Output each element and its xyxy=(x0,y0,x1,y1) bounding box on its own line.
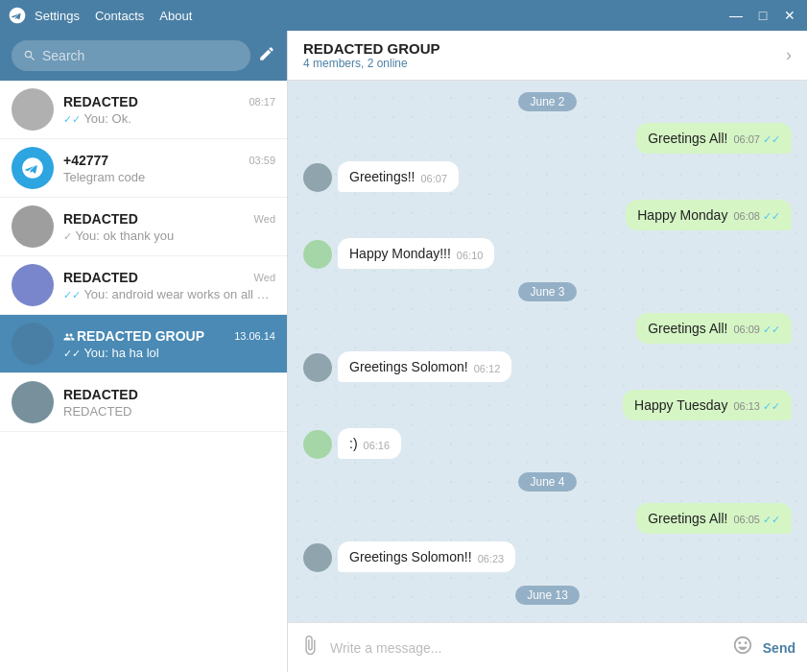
chat-info: REDACTED Wed ✓✓ You: android wear works … xyxy=(63,270,275,301)
message-bubble: Greetings Solomon! 06:12 xyxy=(338,351,511,382)
menu-settings[interactable]: Settings xyxy=(35,9,80,23)
sidebar-header xyxy=(0,31,287,81)
chat-info: REDACTED Wed ✓ You: ok thank you xyxy=(63,211,275,243)
search-bar[interactable] xyxy=(12,40,250,71)
avatar xyxy=(12,205,54,248)
date-label: June 2 xyxy=(518,92,576,111)
chat-list-item[interactable]: REDACTED REDACTED xyxy=(0,373,287,432)
chat-header-info: REDACTED GROUP 4 members, 2 online xyxy=(303,40,786,70)
chat-name: REDACTED GROUP xyxy=(63,328,204,344)
chat-list-item[interactable]: REDACTED 08:17 ✓✓ You: Ok. xyxy=(0,81,287,139)
chat-preview: ✓ You: ok thank you xyxy=(63,228,275,243)
window-controls: — □ ✕ xyxy=(726,6,799,25)
message-time: 06:07 xyxy=(420,173,447,184)
message-row: Greetings All! 06:07 ✓✓ xyxy=(303,123,792,154)
message-text: Greetings Solomon!! xyxy=(349,549,472,564)
input-area: Send xyxy=(288,622,807,672)
chat-time: Wed xyxy=(254,272,275,283)
message-bubble: Greetings All! 06:07 ✓✓ xyxy=(636,123,792,154)
chat-name: REDACTED xyxy=(63,387,138,402)
message-bubble: Greetings!! 06:07 xyxy=(338,161,459,192)
message-row: Greetings All! 06:05 ✓✓ xyxy=(303,503,792,534)
chat-status: 4 members, 2 online xyxy=(303,57,786,70)
menu-about[interactable]: About xyxy=(159,9,192,23)
message-time: 06:12 xyxy=(474,363,501,374)
message-avatar xyxy=(303,353,332,382)
message-time: 06:10 xyxy=(457,250,484,261)
message-time: 06:16 xyxy=(364,440,391,451)
date-label: June 13 xyxy=(515,586,580,605)
chat-list-item[interactable]: REDACTED GROUP 13.06.14 ✓✓ You: ha ha lo… xyxy=(0,315,287,373)
message-bubble: Greetings All! 06:05 ✓✓ xyxy=(636,503,792,534)
message-bubble: Happy Monday!!! 06:10 xyxy=(338,238,494,269)
chat-list-item[interactable]: REDACTED Wed ✓✓ You: android wear works … xyxy=(0,256,287,315)
date-divider: June 3 xyxy=(303,282,792,300)
date-divider: June 13 xyxy=(303,586,792,603)
date-label: June 4 xyxy=(518,472,576,492)
app-icon xyxy=(8,6,27,25)
message-input[interactable] xyxy=(330,640,723,656)
message-text: Happy Monday xyxy=(637,207,727,223)
search-input[interactable] xyxy=(42,48,239,63)
message-time: 06:23 xyxy=(478,553,505,564)
avatar xyxy=(12,147,54,189)
message-text: :) xyxy=(349,436,358,451)
messages-area: June 2 Greetings All! 06:07 ✓✓ Greetings… xyxy=(288,81,807,622)
date-divider: June 4 xyxy=(303,472,792,490)
avatar xyxy=(12,323,54,365)
chat-time: Wed xyxy=(254,213,275,225)
message-time: 06:09 ✓✓ xyxy=(733,324,780,336)
close-button[interactable]: ✕ xyxy=(780,6,799,25)
message-text: Happy Tuesday xyxy=(634,397,727,413)
message-time: 06:08 ✓✓ xyxy=(733,210,780,223)
date-label: June 3 xyxy=(518,282,576,301)
emoji-button[interactable] xyxy=(732,635,753,660)
message-text: Greetings All! xyxy=(648,511,727,526)
chat-preview: ✓✓ You: Ok. xyxy=(63,111,275,126)
chat-list: REDACTED 08:17 ✓✓ You: Ok. +42777 03:59 … xyxy=(0,81,287,672)
search-icon xyxy=(23,49,36,62)
chat-time: 03:59 xyxy=(249,155,275,166)
compose-button[interactable] xyxy=(258,45,275,67)
message-text: Happy Monday!!! xyxy=(349,246,451,261)
message-bubble: Greetings Solomon!! 06:23 xyxy=(338,541,515,572)
chat-info: REDACTED REDACTED xyxy=(63,387,275,419)
message-text: Greetings Solomon! xyxy=(349,359,468,374)
message-row: Happy Monday!!! 06:10 xyxy=(303,238,792,269)
chat-time: 13.06.14 xyxy=(234,330,275,342)
message-row: Greetings Solomon! 06:12 xyxy=(303,351,792,382)
message-time: 06:13 ✓✓ xyxy=(733,400,780,413)
chat-name: REDACTED xyxy=(63,94,138,109)
chat-list-item[interactable]: +42777 03:59 Telegram code xyxy=(0,139,287,198)
titlebar-menu: Settings Contacts About xyxy=(35,9,726,23)
menu-contacts[interactable]: Contacts xyxy=(95,9,144,23)
avatar xyxy=(12,381,54,423)
chat-title: REDACTED GROUP xyxy=(303,40,786,57)
message-text: Greetings!! xyxy=(349,169,415,184)
chat-area: REDACTED GROUP 4 members, 2 online › Jun… xyxy=(288,31,807,672)
chat-info: +42777 03:59 Telegram code xyxy=(63,153,275,184)
message-avatar xyxy=(303,240,332,269)
send-button[interactable]: Send xyxy=(763,640,795,656)
sidebar: REDACTED 08:17 ✓✓ You: Ok. +42777 03:59 … xyxy=(0,31,288,672)
message-time: 06:05 ✓✓ xyxy=(733,514,780,526)
message-bubble: Happy Tuesday 06:13 ✓✓ xyxy=(623,390,792,420)
chat-time: 08:17 xyxy=(249,96,275,108)
message-text: Greetings All! xyxy=(648,321,727,336)
minimize-button[interactable]: — xyxy=(726,6,746,25)
chat-info-chevron[interactable]: › xyxy=(786,45,792,65)
message-avatar xyxy=(303,430,332,459)
message-text: Greetings All! xyxy=(648,131,727,146)
chat-name: +42777 xyxy=(63,153,108,168)
chat-info: REDACTED 08:17 ✓✓ You: Ok. xyxy=(63,94,275,126)
maximize-button[interactable]: □ xyxy=(753,6,772,25)
chat-list-item[interactable]: REDACTED Wed ✓ You: ok thank you xyxy=(0,198,287,256)
attach-button[interactable] xyxy=(299,635,320,660)
chat-name: REDACTED xyxy=(63,211,138,227)
message-row: Happy Monday 06:08 ✓✓ xyxy=(303,200,792,230)
message-row: Happy Tuesday 06:13 ✓✓ xyxy=(303,390,792,420)
message-bubble: :) 06:16 xyxy=(338,428,401,459)
message-row: Greetings!! 06:07 xyxy=(303,161,792,192)
chat-preview: REDACTED xyxy=(63,404,275,419)
message-time: 06:07 ✓✓ xyxy=(733,133,780,146)
